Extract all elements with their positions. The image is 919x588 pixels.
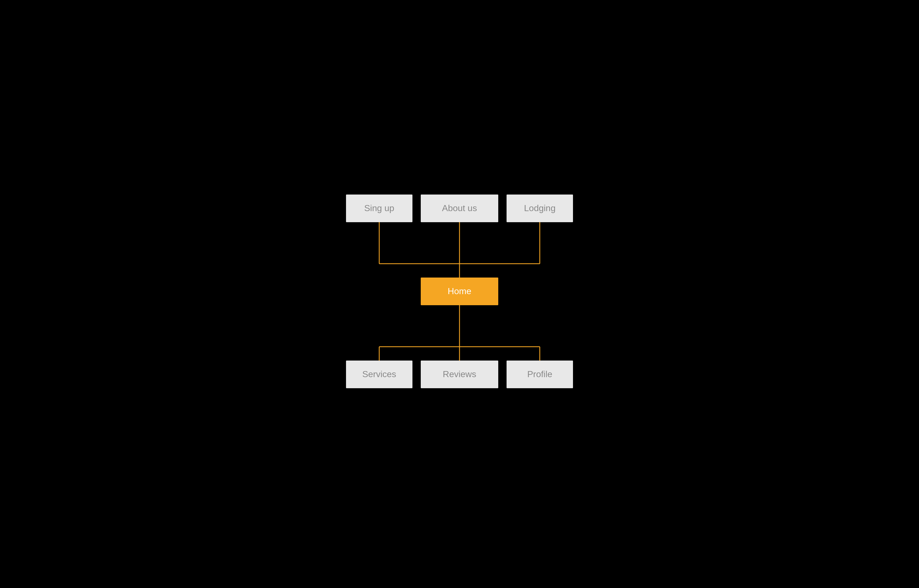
lodging-node[interactable]: Lodging [506,194,573,222]
services-node[interactable]: Services [346,360,413,388]
lodging-label: Lodging [524,203,555,213]
aboutus-node[interactable]: About us [421,194,498,222]
services-label: Services [362,369,396,380]
signup-node[interactable]: Sing up [346,194,413,222]
reviews-label: Reviews [443,369,476,380]
reviews-node[interactable]: Reviews [421,360,498,388]
sitemap-diagram: Sing up About us Lodging Home Services R… [338,186,581,402]
aboutus-label: About us [442,203,477,213]
home-node[interactable]: Home [421,278,498,305]
home-label: Home [448,286,471,296]
profile-label: Profile [527,369,552,380]
signup-label: Sing up [364,203,395,213]
profile-node[interactable]: Profile [506,360,573,388]
